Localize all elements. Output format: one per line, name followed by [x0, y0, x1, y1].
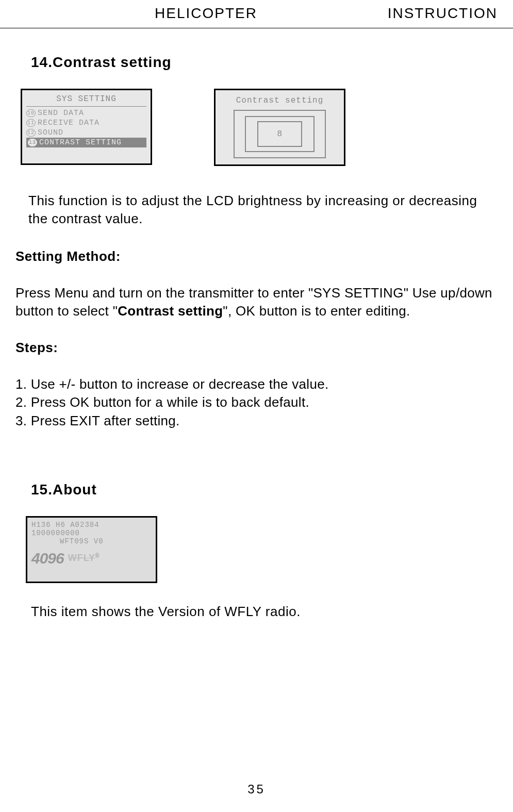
step-2: 2. Press OK button for a while is to bac… [15, 393, 498, 411]
item-label: SEND DATA [38, 109, 84, 118]
nested-box-outer: 8 [234, 110, 326, 158]
menu-item-contrast-setting: 13 CONTRAST SETTING [26, 138, 146, 147]
setting-method-heading: Setting Method: [15, 248, 498, 264]
lcd-about: H136 H6 A02384 1000000000 WFT09S V0 4096… [26, 516, 157, 583]
section-14-description: This function is to adjust the LCD brigh… [15, 192, 498, 228]
brand-logo: WFLY® [68, 553, 100, 564]
section-15-title: 15.About [31, 482, 498, 498]
lcd-screenshots-row: SYS SETTING 10 SEND DATA 11 RECEIVE DATA… [15, 89, 498, 166]
menu-item-receive-data: 11 RECEIVE DATA [25, 118, 148, 128]
menu-item-send-data: 10 SEND DATA [25, 108, 148, 118]
about-line-2: 1000000000 [31, 529, 152, 537]
about-resolution: 4096 [31, 550, 64, 567]
lcd-left-title: SYS SETTING [25, 93, 148, 106]
page-header: HELICOPTER INSTRUCTION [0, 0, 513, 28]
item-label: RECEIVE DATA [38, 119, 100, 127]
lcd-right-title: Contrast setting [218, 93, 341, 108]
page-content: 14.Contrast setting SYS SETTING 10 SEND … [0, 28, 513, 620]
about-line-1: H136 H6 A02384 [31, 521, 152, 529]
menu-item-sound: 12 SOUND [25, 128, 148, 138]
item-label: CONTRAST SETTING [39, 138, 122, 147]
setting-method-text: Press Menu and turn on the transmitter t… [15, 284, 498, 320]
page-number: 35 [247, 782, 266, 797]
about-logo-row: 4096 WFLY® [31, 550, 152, 567]
header-right: INSTRUCTION [388, 5, 498, 22]
nested-box-middle: 8 [245, 116, 315, 152]
step-3: 3. Press EXIT after setting. [15, 412, 498, 430]
section-14-title: 14.Contrast setting [15, 54, 498, 71]
section-15-description: This item shows the Version of WFLY radi… [31, 604, 498, 620]
registered-icon: ® [95, 553, 100, 560]
brand-name: WFLY [68, 553, 95, 563]
item-label: SOUND [38, 128, 63, 137]
step-1: 1. Use +/- button to increase or decreas… [15, 375, 498, 393]
steps-heading: Steps: [15, 340, 498, 356]
item-number-icon: 13 [28, 139, 37, 146]
steps-list: 1. Use +/- button to increase or decreas… [15, 375, 498, 429]
item-number-icon: 10 [26, 109, 36, 117]
item-number-icon: 12 [26, 129, 36, 137]
lcd-divider [26, 106, 146, 107]
contrast-value: 8 [277, 129, 282, 139]
section-15: 15.About H136 H6 A02384 1000000000 WFT09… [15, 482, 498, 620]
lcd-contrast-setting: Contrast setting 8 [214, 89, 345, 166]
about-line-3: WFT09S V0 [31, 537, 152, 545]
item-number-icon: 11 [26, 119, 36, 127]
header-left: HELICOPTER [155, 5, 257, 22]
nested-box-inner: 8 [257, 121, 302, 147]
lcd-sys-setting: SYS SETTING 10 SEND DATA 11 RECEIVE DATA… [21, 89, 152, 165]
